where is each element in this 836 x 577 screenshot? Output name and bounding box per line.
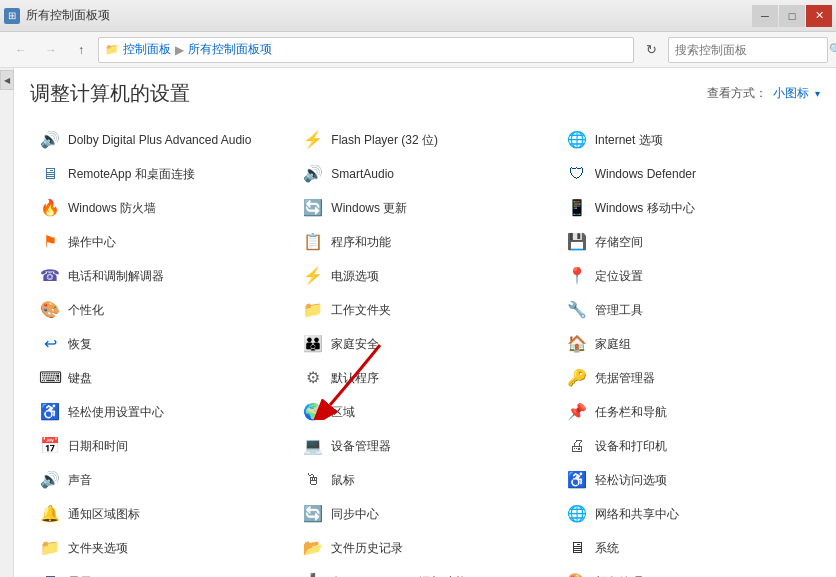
left-nav-button[interactable]: ◀ (0, 70, 14, 90)
refresh-button[interactable]: ↻ (638, 37, 664, 63)
restore-button[interactable]: □ (779, 5, 805, 27)
cp-label-firewall: Windows 防火墙 (68, 200, 156, 217)
cp-item-mobile[interactable]: 📱Windows 移动中心 (557, 191, 820, 225)
personalize-icon: 🎨 (38, 298, 62, 322)
cp-item-family[interactable]: 👪家庭安全 (293, 327, 556, 361)
view-mode-link[interactable]: 小图标 (773, 85, 809, 102)
cp-label-notify: 通知区域图标 (68, 506, 140, 523)
cp-label-sync: 同步中心 (331, 506, 379, 523)
cp-item-admin[interactable]: 🔧管理工具 (557, 293, 820, 327)
up-button[interactable]: ↑ (68, 37, 94, 63)
cp-item-folder[interactable]: 📁文件夹选项 (30, 531, 293, 565)
title-bar-controls: ─ □ ✕ (752, 5, 832, 27)
cp-item-filehistory[interactable]: 📂文件历史记录 (293, 531, 556, 565)
cp-item-personalize[interactable]: 🎨个性化 (30, 293, 293, 327)
cp-item-dolby[interactable]: 🔊Dolby Digital Plus Advanced Audio (30, 123, 293, 157)
cp-item-homegroup[interactable]: 🏠家庭组 (557, 327, 820, 361)
action-icon: ⚑ (38, 230, 62, 254)
workfolder-icon: 📁 (301, 298, 325, 322)
cp-item-smart[interactable]: 🔊SmartAudio (293, 157, 556, 191)
cp-label-internet: Internet 选项 (595, 132, 663, 149)
storage-icon: 💾 (565, 230, 589, 254)
cp-label-datetime: 日期和时间 (68, 438, 128, 455)
cp-item-region[interactable]: 🌍区域 (293, 395, 556, 429)
cp-item-addfeature[interactable]: ➕向 Windows 8.1 添加功能 (293, 565, 556, 577)
datetime-icon: 📅 (38, 434, 62, 458)
cp-item-sync[interactable]: 🔄同步中心 (293, 497, 556, 531)
cp-label-location: 定位设置 (595, 268, 643, 285)
notify-icon: 🔔 (38, 502, 62, 526)
close-button[interactable]: ✕ (806, 5, 832, 27)
items-grid: 🔊Dolby Digital Plus Advanced Audio⚡Flash… (30, 123, 820, 577)
back-button[interactable]: ← (8, 37, 34, 63)
family-icon: 👪 (301, 332, 325, 356)
cp-item-programs[interactable]: 📋程序和功能 (293, 225, 556, 259)
cp-item-recover[interactable]: ↩恢复 (30, 327, 293, 361)
cp-item-credential[interactable]: 🔑凭据管理器 (557, 361, 820, 395)
remote-icon: 🖥 (38, 162, 62, 186)
cp-item-remote[interactable]: 🖥RemoteApp 和桌面连接 (30, 157, 293, 191)
cp-item-devmgr[interactable]: 💻设备管理器 (293, 429, 556, 463)
cp-item-ease[interactable]: ♿轻松使用设置中心 (30, 395, 293, 429)
cp-item-workfolder[interactable]: 📁工作文件夹 (293, 293, 556, 327)
cp-item-flash[interactable]: ⚡Flash Player (32 位) (293, 123, 556, 157)
cp-item-phone[interactable]: ☎电话和调制解调器 (30, 259, 293, 293)
cp-item-devices[interactable]: 🖨设备和打印机 (557, 429, 820, 463)
cp-item-notify[interactable]: 🔔通知区域图标 (30, 497, 293, 531)
devmgr-icon: 💻 (301, 434, 325, 458)
programs-icon: 📋 (301, 230, 325, 254)
mobile-icon: 📱 (565, 196, 589, 220)
cp-item-keyboard[interactable]: ⌨键盘 (30, 361, 293, 395)
minimize-button[interactable]: ─ (752, 5, 778, 27)
cp-item-easyaccess[interactable]: ♿轻松访问选项 (557, 463, 820, 497)
cp-label-smart: SmartAudio (331, 167, 394, 181)
cp-item-datetime[interactable]: 📅日期和时间 (30, 429, 293, 463)
forward-button[interactable]: → (38, 37, 64, 63)
filehistory-icon: 📂 (301, 536, 325, 560)
cp-item-sound[interactable]: 🔊声音 (30, 463, 293, 497)
cp-label-system: 系统 (595, 540, 619, 557)
network-icon: 🌐 (565, 502, 589, 526)
address-part-2[interactable]: 所有控制面板项 (188, 41, 272, 58)
cp-label-power: 电源选项 (331, 268, 379, 285)
cp-item-location[interactable]: 📍定位设置 (557, 259, 820, 293)
cp-item-firewall[interactable]: 🔥Windows 防火墙 (30, 191, 293, 225)
view-chevron[interactable]: ▾ (815, 88, 820, 99)
search-icon[interactable]: 🔍 (829, 43, 836, 56)
cp-item-mouse[interactable]: 🖱鼠标 (293, 463, 556, 497)
system-icon: 🖥 (565, 536, 589, 560)
address-part-1[interactable]: 控制面板 (123, 41, 171, 58)
cp-item-system[interactable]: 🖥系统 (557, 531, 820, 565)
cp-label-sound: 声音 (68, 472, 92, 489)
dolby-icon: 🔊 (38, 128, 62, 152)
page-title: 调整计算机的设置 (30, 80, 190, 107)
cp-item-taskbar[interactable]: 📌任务栏和导航 (557, 395, 820, 429)
cp-item-power[interactable]: ⚡电源选项 (293, 259, 556, 293)
cp-item-default[interactable]: ⚙默认程序 (293, 361, 556, 395)
cp-item-action[interactable]: ⚑操作中心 (30, 225, 293, 259)
cp-item-color[interactable]: 🎨颜色管理 (557, 565, 820, 577)
flash-icon: ⚡ (301, 128, 325, 152)
cp-label-flash: Flash Player (32 位) (331, 132, 438, 149)
cp-label-phone: 电话和调制解调器 (68, 268, 164, 285)
address-bar[interactable]: 📁 控制面板 ▶ 所有控制面板项 (98, 37, 634, 63)
cp-label-devices: 设备和打印机 (595, 438, 667, 455)
cp-item-internet[interactable]: 🌐Internet 选项 (557, 123, 820, 157)
search-input[interactable] (675, 43, 825, 57)
display-icon: 🖥 (38, 570, 62, 577)
cp-label-taskbar: 任务栏和导航 (595, 404, 667, 421)
defender-icon: 🛡 (565, 162, 589, 186)
cp-label-display: 显示 (68, 574, 92, 578)
cp-item-defender[interactable]: 🛡Windows Defender (557, 157, 820, 191)
cp-item-storage[interactable]: 💾存储空间 (557, 225, 820, 259)
cp-label-dolby: Dolby Digital Plus Advanced Audio (68, 133, 251, 147)
cp-label-color: 颜色管理 (595, 574, 643, 578)
cp-item-network[interactable]: 🌐网络和共享中心 (557, 497, 820, 531)
cp-item-display[interactable]: 🖥显示 (30, 565, 293, 577)
cp-label-remote: RemoteApp 和桌面连接 (68, 166, 195, 183)
region-icon: 🌍 (301, 400, 325, 424)
internet-icon: 🌐 (565, 128, 589, 152)
cp-item-update[interactable]: 🔄Windows 更新 (293, 191, 556, 225)
cp-label-personalize: 个性化 (68, 302, 104, 319)
cp-label-mobile: Windows 移动中心 (595, 200, 695, 217)
